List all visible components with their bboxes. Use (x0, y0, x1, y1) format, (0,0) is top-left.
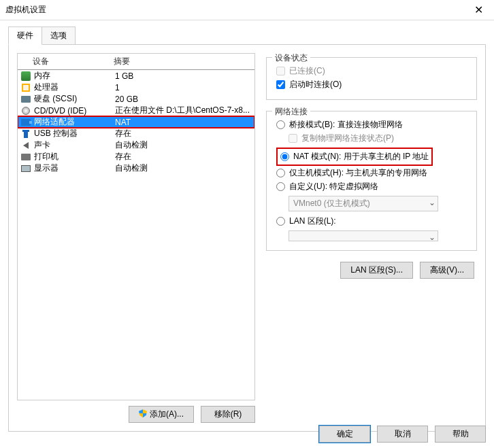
left-buttons: 添加(A)... 移除(R) (17, 400, 255, 423)
ok-button[interactable]: 确定 (319, 426, 370, 443)
lan-segment-label[interactable]: LAN 区段(L): (289, 216, 336, 227)
device-summary: 20 GB (111, 94, 253, 104)
replicate-row: 复制物理网络连接状态(P) (289, 133, 470, 144)
device-state-group: 设备状态 已连接(C) 启动时连接(O) (266, 57, 477, 100)
nat-row: NAT 模式(N): 用于共享主机的 IP 地址 (279, 150, 430, 163)
titlebar: 虚拟机设置 ✕ (0, 0, 494, 20)
replicate-label: 复制物理网络连接状态(P) (301, 133, 394, 144)
remove-button[interactable]: 移除(R) (201, 406, 255, 423)
device-name: 内存 (33, 70, 111, 82)
device-summary: 存在 (111, 151, 253, 162)
device-summary: 存在 (111, 128, 253, 139)
custom-label[interactable]: 自定义(U): 特定虚拟网络 (289, 181, 378, 192)
device-summary: 自动检测 (111, 139, 253, 151)
table-row[interactable]: 打印机存在 (18, 151, 254, 162)
custom-row: 自定义(U): 特定虚拟网络 (276, 181, 470, 192)
custom-select-wrap: VMnet0 (仅主机模式) ⌄ (289, 196, 438, 211)
bridged-radio[interactable] (276, 120, 285, 129)
hostonly-label[interactable]: 仅主机模式(H): 与主机共享的专用网络 (289, 167, 427, 179)
hostonly-radio[interactable] (276, 169, 285, 177)
content-area: 设备 摘要 内存1 GB处理器1硬盘 (SCSI)20 GBCD/DVD (ID… (8, 44, 486, 432)
shield-icon (139, 409, 147, 419)
connect-startup-checkbox[interactable] (276, 80, 285, 89)
bridged-label[interactable]: 桥接模式(B): 直接连接物理网络 (289, 119, 403, 131)
device-name: CD/DVD (IDE) (33, 106, 111, 116)
custom-select: VMnet0 (仅主机模式) (289, 196, 438, 211)
right-buttons: LAN 区段(S)... 高级(V)... (266, 262, 477, 279)
device-name: 网络适配器 (33, 116, 111, 128)
cancel-button[interactable]: 取消 (377, 426, 428, 443)
device-summary: 1 (111, 83, 253, 92)
prn-icon (20, 152, 31, 162)
add-button[interactable]: 添加(A)... (129, 406, 194, 423)
add-label: 添加(A)... (150, 409, 184, 419)
custom-radio[interactable] (276, 182, 285, 191)
table-row[interactable]: 网络适配器NAT (18, 116, 254, 128)
net-icon (20, 117, 31, 128)
table-row[interactable]: 内存1 GB (18, 70, 254, 82)
lan-segments-button[interactable]: LAN 区段(S)... (340, 262, 413, 279)
help-button[interactable]: 帮助 (435, 426, 486, 443)
close-button[interactable]: ✕ (463, 0, 494, 20)
device-name: 声卡 (33, 139, 111, 151)
advanced-button[interactable]: 高级(V)... (420, 262, 474, 279)
cd-icon (20, 105, 31, 116)
table-row[interactable]: CD/DVD (IDE)正在使用文件 D:\工具\CentOS-7-x8... (18, 105, 254, 116)
device-name: 显示器 (33, 162, 111, 174)
device-name: 打印机 (33, 151, 111, 162)
disp-icon (20, 163, 31, 174)
tabs: 硬件 选项 (8, 26, 494, 44)
network-legend: 网络连接 (272, 106, 310, 118)
nat-radio[interactable] (280, 152, 289, 161)
connected-checkbox (276, 67, 285, 75)
table-row[interactable]: 硬盘 (SCSI)20 GB (18, 93, 254, 105)
footer-buttons: 确定 取消 帮助 (319, 426, 486, 443)
chevron-down-icon: ⌄ (429, 232, 435, 242)
device-name: 处理器 (33, 82, 111, 93)
col-device: 设备 (18, 54, 110, 69)
bridged-row: 桥接模式(B): 直接连接物理网络 (276, 119, 470, 131)
table-header: 设备 摘要 (18, 54, 254, 70)
device-summary: 1 GB (111, 71, 253, 81)
lan-segment-radio[interactable] (276, 217, 285, 226)
table-row[interactable]: 声卡自动检测 (18, 139, 254, 151)
mem-icon (20, 71, 31, 82)
table-row[interactable]: 处理器1 (18, 82, 254, 93)
lan-select-wrap: ⌄ (289, 230, 438, 241)
device-summary: NAT (111, 118, 253, 127)
lan-select (289, 230, 438, 241)
snd-icon (20, 140, 31, 151)
hdd-icon (20, 94, 31, 105)
connected-row: 已连接(C) (276, 65, 470, 77)
connected-label: 已连接(C) (289, 65, 325, 77)
hostonly-row: 仅主机模式(H): 与主机共享的专用网络 (276, 167, 470, 179)
cpu-icon (20, 82, 31, 93)
tab-options[interactable]: 选项 (42, 27, 76, 45)
right-panel: 设备状态 已连接(C) 启动时连接(O) 网络连接 桥接模式(B): 直接连接物… (266, 53, 477, 423)
connect-startup-label[interactable]: 启动时连接(O) (289, 79, 342, 90)
left-panel: 设备 摘要 内存1 GB处理器1硬盘 (SCSI)20 GBCD/DVD (ID… (17, 53, 255, 423)
col-summary: 摘要 (110, 54, 254, 69)
network-connection-group: 网络连接 桥接模式(B): 直接连接物理网络 复制物理网络连接状态(P) NAT… (266, 111, 477, 251)
device-table: 设备 摘要 内存1 GB处理器1硬盘 (SCSI)20 GBCD/DVD (ID… (17, 53, 255, 400)
nat-label[interactable]: NAT 模式(N): 用于共享主机的 IP 地址 (293, 151, 429, 162)
lan-segment-row: LAN 区段(L): (276, 216, 470, 227)
device-summary: 正在使用文件 D:\工具\CentOS-7-x8... (111, 105, 253, 116)
connect-startup-row: 启动时连接(O) (276, 79, 470, 90)
device-summary: 自动检测 (111, 162, 253, 174)
usb-icon (20, 128, 31, 139)
table-row[interactable]: 显示器自动检测 (18, 162, 254, 174)
device-name: 硬盘 (SCSI) (33, 93, 111, 105)
tab-hardware[interactable]: 硬件 (8, 27, 42, 45)
device-state-legend: 设备状态 (272, 52, 310, 64)
table-row[interactable]: USB 控制器存在 (18, 128, 254, 139)
window-title: 虚拟机设置 (5, 4, 46, 16)
chevron-down-icon: ⌄ (429, 198, 435, 207)
replicate-checkbox (289, 134, 297, 143)
device-name: USB 控制器 (33, 128, 111, 139)
